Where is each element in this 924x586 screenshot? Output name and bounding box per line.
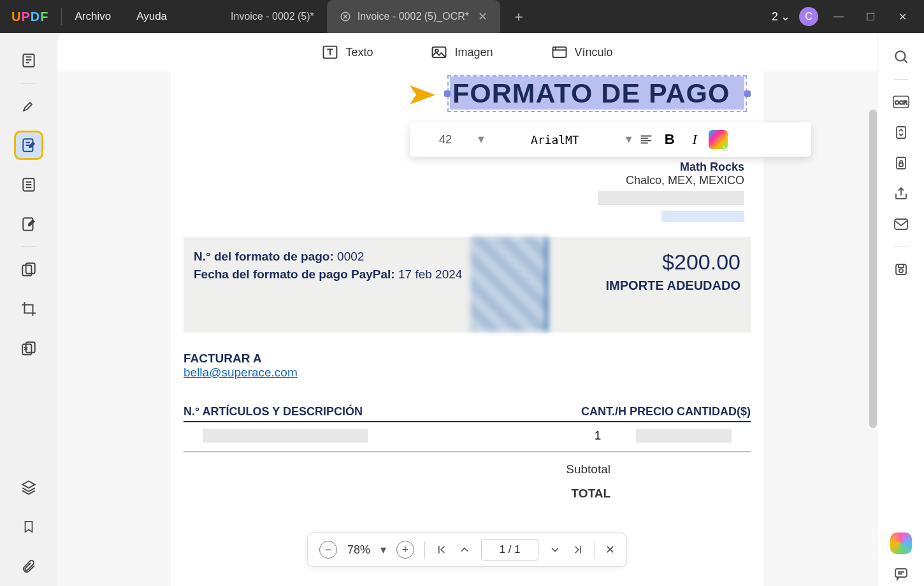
bill-to-label: FACTURAR A <box>184 352 751 366</box>
share-button[interactable] <box>889 182 913 206</box>
svg-rect-1 <box>23 54 34 67</box>
document-tab-active[interactable]: Invoice - 0002 (5)_OCR* ✕ <box>327 0 500 33</box>
search-button[interactable] <box>889 45 913 69</box>
close-controls-button[interactable]: ✕ <box>605 543 615 557</box>
align-left-button[interactable] <box>639 132 653 146</box>
text-format-toolbar: 42 ▼ ArialMT ▼ B I ⌄ <box>410 122 811 157</box>
save-icon <box>893 262 909 277</box>
svg-point-21 <box>899 269 903 273</box>
zoom-value[interactable]: 78% <box>347 543 370 557</box>
text-tool[interactable]: Texto <box>321 43 373 61</box>
font-family-value[interactable]: ArialMT <box>491 133 619 146</box>
resize-handle-left[interactable] <box>444 90 451 97</box>
page-controls: − 78% ▾ + 1 / 1 ✕ <box>307 532 627 567</box>
totals-block: Subtotal TOTAL <box>184 462 751 501</box>
chevron-down-icon: ⌄ <box>721 142 726 149</box>
invoice-number-line: N.° del formato de pago: 0002 <box>194 250 467 264</box>
crop-tool[interactable] <box>14 294 43 324</box>
bill-to-email[interactable]: bella@superace.com <box>184 366 298 379</box>
zoom-out-button[interactable]: − <box>319 541 337 559</box>
separator <box>424 541 425 559</box>
resize-handle-right[interactable] <box>744 90 751 97</box>
tool-label: Imagen <box>454 46 493 59</box>
tool-label: Vínculo <box>575 46 613 59</box>
separator <box>894 79 908 80</box>
company-block: Math Rocks Chalco, MEX, MEXICO <box>184 161 744 225</box>
window-maximize-icon[interactable]: ☐ <box>859 11 882 23</box>
link-tool[interactable]: Vínculo <box>551 43 613 61</box>
comments-button[interactable] <box>889 562 913 586</box>
save-button[interactable] <box>889 257 913 282</box>
invoice-date-line: Fecha del formato de pago PayPal: 17 feb… <box>194 268 467 282</box>
organize-tool[interactable] <box>14 255 43 284</box>
qr-placeholder <box>470 237 548 331</box>
font-family-dropdown-icon[interactable]: ▼ <box>624 134 634 145</box>
form-tool[interactable] <box>14 170 43 199</box>
comment-icon <box>893 566 909 582</box>
svg-rect-22 <box>899 264 904 268</box>
edit-toolbar: Texto Imagen Vínculo <box>57 33 877 71</box>
attachment-tool[interactable] <box>14 552 43 581</box>
zoom-dropdown-icon[interactable]: ▾ <box>380 543 386 557</box>
window-close-icon[interactable]: ✕ <box>891 11 914 23</box>
chevron-down-icon: ⌄ <box>781 10 790 24</box>
pdf-page: FORMATO DE PAGO 42 ▼ ArialMT ▼ B I ⌄ <box>171 71 763 586</box>
sign-tool[interactable] <box>14 210 43 239</box>
annotation-arrow <box>356 79 438 111</box>
menu-help[interactable]: Ayuda <box>136 10 167 23</box>
italic-button[interactable]: I <box>686 131 704 148</box>
separator <box>61 8 62 25</box>
tool-label: Texto <box>345 46 373 59</box>
items-table-header: N.° ARTÍCULOS Y DESCRIPCIÓN CANT./H PREC… <box>184 405 751 422</box>
compress-tool[interactable] <box>14 334 43 363</box>
page-indicator[interactable]: 1 / 1 <box>481 539 538 561</box>
reader-tool[interactable] <box>14 46 43 75</box>
separator <box>21 83 36 83</box>
text-icon <box>321 43 339 61</box>
window-minimize-icon[interactable]: — <box>827 11 850 22</box>
separator <box>595 541 595 559</box>
font-color-button[interactable]: ⌄ <box>709 130 728 149</box>
ai-assistant-button[interactable] <box>889 531 913 555</box>
ocr-icon: OCR <box>892 94 910 110</box>
zoom-in-button[interactable]: + <box>396 541 414 559</box>
font-size-value[interactable]: 42 <box>420 129 471 150</box>
user-avatar[interactable]: C <box>799 7 818 26</box>
highlight-tool[interactable] <box>14 91 43 120</box>
edit-tool[interactable] <box>14 131 43 160</box>
invoice-summary-band: N.° del formato de pago: 0002 Fecha del … <box>184 237 751 332</box>
convert-button[interactable] <box>889 120 913 145</box>
titlebar-right: 2 ⌄ C — ☐ ✕ <box>772 7 914 26</box>
tab-title: Invoice - 0002 (5)_OCR* <box>357 11 469 22</box>
document-canvas[interactable]: FORMATO DE PAGO 42 ▼ ArialMT ▼ B I ⌄ <box>57 71 877 586</box>
first-page-button[interactable] <box>435 543 448 556</box>
new-tab-button[interactable]: ＋ <box>500 7 537 26</box>
vertical-scrollbar[interactable] <box>869 110 877 428</box>
font-size-dropdown-icon[interactable]: ▼ <box>476 134 486 145</box>
svg-point-13 <box>895 51 905 61</box>
ocr-button[interactable]: OCR <box>889 90 913 114</box>
prev-page-button[interactable] <box>458 543 471 556</box>
tab-close-icon[interactable]: ✕ <box>478 10 487 24</box>
last-page-button[interactable] <box>572 543 584 556</box>
redacted-text <box>598 191 744 205</box>
tab-count[interactable]: 2 ⌄ <box>772 10 790 24</box>
share-icon <box>893 186 909 201</box>
next-page-button[interactable] <box>549 543 561 556</box>
bold-button[interactable]: B <box>658 131 681 148</box>
layers-tool[interactable] <box>14 473 43 502</box>
left-sidebar <box>0 33 57 586</box>
redacted-text <box>203 429 368 443</box>
selected-heading[interactable]: FORMATO DE PAGO <box>450 76 744 110</box>
col-description: N.° ARTÍCULOS Y DESCRIPCIÓN <box>184 405 521 418</box>
image-tool[interactable]: Imagen <box>430 43 493 61</box>
menu-file[interactable]: Archivo <box>75 10 111 23</box>
document-tab[interactable]: Invoice - 0002 (5)* <box>218 0 327 33</box>
email-button[interactable] <box>889 212 913 236</box>
main-content: Texto Imagen Vínculo FORMATO DE PAGO <box>57 33 877 586</box>
row-quantity: 1 <box>559 429 636 445</box>
protect-button[interactable] <box>889 151 913 175</box>
tab-strip: Invoice - 0002 (5)* Invoice - 0002 (5)_O… <box>218 0 772 33</box>
tab-title: Invoice - 0002 (5)* <box>231 11 314 22</box>
bookmark-tool[interactable] <box>14 512 43 541</box>
